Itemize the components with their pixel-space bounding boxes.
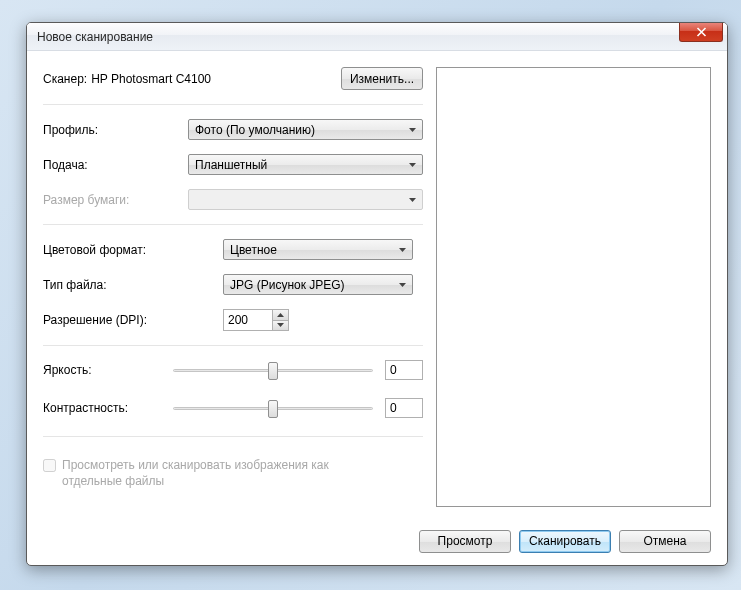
paper-label: Размер бумаги:	[43, 193, 188, 207]
scanner-row: Сканер: HP Photosmart C4100 Изменить...	[43, 67, 423, 90]
chevron-down-icon	[409, 198, 416, 202]
colorfmt-label: Цветовой формат:	[43, 243, 223, 257]
profile-row: Профиль: Фото (По умолчанию)	[43, 119, 423, 140]
chevron-down-icon	[409, 128, 416, 132]
slider-thumb[interactable]	[268, 400, 278, 418]
scanner-label: Сканер:	[43, 72, 87, 86]
profile-label: Профиль:	[43, 123, 188, 137]
brightness-label: Яркость:	[43, 363, 173, 377]
separate-files-row: Просмотреть или сканировать изображения …	[43, 457, 423, 489]
filetype-combo[interactable]: JPG (Рисунок JPEG)	[223, 274, 413, 295]
dialog-window: Новое сканирование Сканер: HP Photosmart…	[26, 22, 728, 566]
preview-button[interactable]: Просмотр	[419, 530, 511, 553]
colorfmt-combo[interactable]: Цветное	[223, 239, 413, 260]
contrast-slider[interactable]	[173, 398, 373, 418]
paper-combo	[188, 189, 423, 210]
source-combo[interactable]: Планшетный	[188, 154, 423, 175]
window-title: Новое сканирование	[37, 30, 153, 44]
profile-combo[interactable]: Фото (По умолчанию)	[188, 119, 423, 140]
brightness-slider[interactable]	[173, 360, 373, 380]
change-scanner-button[interactable]: Изменить...	[341, 67, 423, 90]
colorfmt-value: Цветное	[230, 243, 399, 257]
filetype-label: Тип файла:	[43, 278, 223, 292]
cancel-button[interactable]: Отмена	[619, 530, 711, 553]
preview-pane	[436, 67, 711, 507]
dpi-spinner	[223, 309, 289, 331]
slider-thumb[interactable]	[268, 362, 278, 380]
dpi-label: Разрешение (DPI):	[43, 313, 223, 327]
separator	[43, 224, 423, 225]
dpi-up-button[interactable]	[273, 310, 288, 321]
colorfmt-row: Цветовой формат: Цветное	[43, 239, 423, 260]
footer-buttons: Просмотр Сканировать Отмена	[27, 517, 727, 565]
paper-row: Размер бумаги:	[43, 189, 423, 210]
close-button[interactable]	[679, 23, 723, 42]
settings-pane: Сканер: HP Photosmart C4100 Изменить... …	[43, 67, 423, 489]
contrast-label: Контрастность:	[43, 401, 173, 415]
separator	[43, 104, 423, 105]
chevron-down-icon	[399, 248, 406, 252]
dpi-row: Разрешение (DPI):	[43, 309, 423, 331]
profile-value: Фото (По умолчанию)	[195, 123, 409, 137]
separator	[43, 345, 423, 346]
source-label: Подача:	[43, 158, 188, 172]
brightness-row: Яркость:	[43, 360, 423, 380]
dpi-input[interactable]	[224, 310, 272, 330]
chevron-down-icon	[399, 283, 406, 287]
spinner-buttons	[272, 310, 288, 330]
dpi-down-button[interactable]	[273, 321, 288, 331]
scan-button[interactable]: Сканировать	[519, 530, 611, 553]
source-row: Подача: Планшетный	[43, 154, 423, 175]
filetype-row: Тип файла: JPG (Рисунок JPEG)	[43, 274, 423, 295]
contrast-value[interactable]	[385, 398, 423, 418]
separate-files-label: Просмотреть или сканировать изображения …	[62, 457, 382, 489]
chevron-down-icon	[409, 163, 416, 167]
source-value: Планшетный	[195, 158, 409, 172]
close-icon	[696, 27, 707, 37]
chevron-down-icon	[277, 323, 284, 327]
separator	[43, 436, 423, 437]
scanner-name: HP Photosmart C4100	[91, 72, 211, 86]
content-area: Сканер: HP Photosmart C4100 Изменить... …	[27, 51, 727, 565]
chevron-up-icon	[277, 313, 284, 317]
titlebar: Новое сканирование	[27, 23, 727, 51]
contrast-row: Контрастность:	[43, 398, 423, 418]
filetype-value: JPG (Рисунок JPEG)	[230, 278, 399, 292]
separate-files-checkbox	[43, 459, 56, 472]
brightness-value[interactable]	[385, 360, 423, 380]
